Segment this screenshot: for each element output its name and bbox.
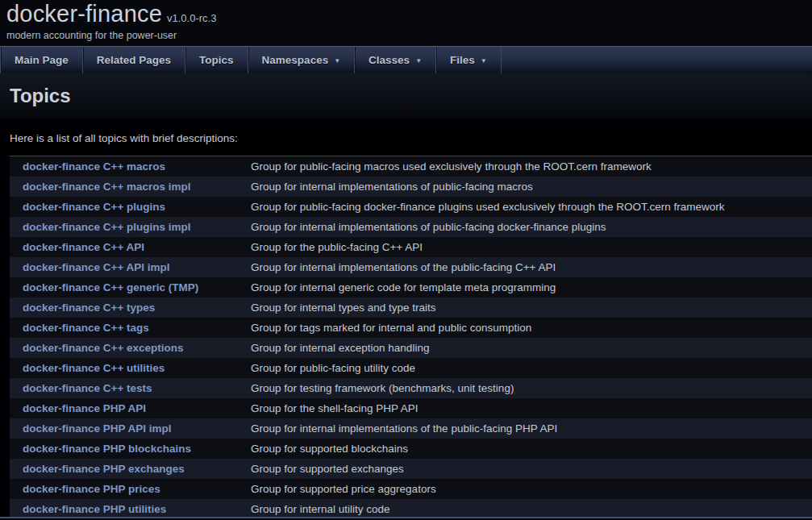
page-title: Topics [10,85,812,107]
topic-description: Group for public-facing macros used excl… [251,156,812,177]
topic-link[interactable]: docker-finance C++ plugins [23,201,165,213]
topic-link[interactable]: docker-finance C++ types [23,302,155,314]
table-row: docker-finance C++ plugins Group for pub… [10,197,812,217]
nav-tab-main-page[interactable]: Main Page [0,47,82,73]
title-area: docker-financev1.0.0-rc.3 modern account… [0,0,812,46]
page-contents: Here is a list of all topics with brief … [0,119,812,519]
topic-description: Group for internal types and type traits [251,297,812,318]
nav-tab-classes[interactable]: Classes ▼ [354,47,435,73]
topic-link[interactable]: docker-finance C++ generic (TMP) [23,281,198,293]
table-row: docker-finance C++ generic (TMP) Group f… [10,277,812,297]
main-nav: Main Page Related Pages Topics Namespace… [0,47,812,73]
table-row: docker-finance C++ types Group for inter… [10,297,812,318]
table-row: docker-finance C++ tests Group for testi… [10,378,812,398]
nav-tab-related-pages[interactable]: Related Pages [82,47,185,73]
topic-link[interactable]: docker-finance C++ tests [23,382,152,394]
project-version: v1.0.0-rc.3 [167,12,216,24]
topic-link[interactable]: docker-finance C++ plugins impl [23,221,191,233]
topic-link[interactable]: docker-finance C++ exceptions [23,342,184,354]
topic-description: Group for supported price aggregators [251,479,812,499]
table-row: docker-finance PHP exchanges Group for s… [10,459,812,479]
chevron-down-icon: ▼ [481,56,487,64]
table-row: docker-finance C++ tags Group for tags m… [10,318,812,338]
table-row: docker-finance C++ macros impl Group for… [10,177,812,197]
topic-link[interactable]: docker-finance PHP API impl [23,422,172,435]
chevron-down-icon: ▼ [415,56,422,64]
topic-link[interactable]: docker-finance C++ utilities [23,362,164,374]
project-brief: modern accounting for the power-user [6,30,812,41]
topic-link[interactable]: docker-finance PHP utilities [23,503,166,515]
topic-description: Group for internal implementations of th… [251,257,812,277]
nav-tab-topics[interactable]: Topics [185,47,248,73]
table-row: docker-finance PHP API impl Group for in… [10,418,812,439]
table-row: docker-finance PHP prices Group for supp… [10,479,812,499]
table-row: docker-finance C++ plugins impl Group fo… [10,217,812,237]
bottom-divider [0,517,812,520]
table-row: docker-finance C++ utilities Group for p… [10,358,812,378]
topic-description: Group for supported blockchains [251,439,812,459]
topic-description: Group for testing framework (benchmarks,… [251,378,812,398]
topic-description: Group for public-facing docker-finance p… [251,197,812,217]
intro-text: Here is a list of all topics with brief … [0,119,812,156]
topic-link[interactable]: docker-finance C++ API [23,241,144,253]
topic-link[interactable]: docker-finance C++ API impl [23,261,170,273]
nav-tab-namespaces[interactable]: Namespaces ▼ [248,47,354,73]
chevron-down-icon: ▼ [334,56,340,64]
topic-description: Group for internal implementations of pu… [251,217,812,237]
table-row: docker-finance PHP blockchains Group for… [10,439,812,459]
project-name: docker-finance [6,1,162,27]
topic-description: Group for internal implementations of th… [251,418,812,439]
topic-link[interactable]: docker-finance PHP prices [23,483,160,495]
table-row: docker-finance C++ API impl Group for in… [10,257,812,277]
topic-description: Group for internal utility code [251,499,812,519]
table-row: docker-finance C++ exceptions Group for … [10,338,812,358]
table-row: docker-finance PHP utilities Group for i… [10,499,812,519]
topic-link[interactable]: docker-finance PHP API [23,402,146,414]
topic-link[interactable]: docker-finance PHP blockchains [23,443,191,455]
topic-description: Group for supported exchanges [251,459,812,479]
table-row: docker-finance C++ API Group for the pub… [10,237,812,257]
main-nav-bar: Main Page Related Pages Topics Namespace… [0,46,812,73]
table-row: docker-finance C++ macros Group for publ… [10,156,812,177]
topic-description: Group for the shell-facing PHP API [251,398,812,418]
topic-link[interactable]: docker-finance C++ macros impl [23,181,191,193]
topic-link[interactable]: docker-finance PHP exchanges [23,463,185,475]
nav-tab-files[interactable]: Files ▼ [435,47,502,73]
topic-description: Group for tags marked for internal and p… [251,318,812,338]
table-row: docker-finance PHP API Group for the she… [10,398,812,418]
topic-link[interactable]: docker-finance C++ tags [23,322,149,334]
topic-description: Group for internal implementations of pu… [251,177,812,197]
topic-link[interactable]: docker-finance C++ macros [23,160,165,173]
topic-description: Group for the public-facing C++ API [251,237,812,257]
topics-table: docker-finance C++ macros Group for publ… [10,156,812,519]
topic-description: Group for internal generic code for temp… [251,277,812,297]
topic-description: Group for public-facing utility code [251,358,812,378]
topic-description: Group for internal exception handling [251,338,812,358]
page-header: Topics [0,73,812,119]
